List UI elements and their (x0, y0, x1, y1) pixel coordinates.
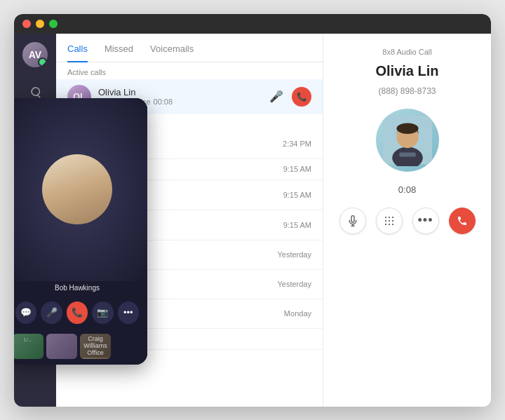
craig-williams-label: Craig Williams Office (80, 334, 111, 358)
contact-phone: (888) 898-8733 (378, 86, 436, 96)
video-more-button[interactable]: ••• (118, 302, 139, 324)
grid-icon (384, 215, 395, 226)
log-time: 2:34 PM (283, 140, 311, 148)
maximize-button[interactable] (49, 20, 58, 28)
log-time: 9:15 AM (283, 221, 311, 229)
video-chat-button[interactable]: 💬 (15, 302, 36, 324)
tab-voicemails[interactable]: Voicemails (150, 34, 194, 62)
contact-name-large: Olivia Lin (375, 63, 438, 79)
video-controls-bar: 💬 🎤 📞 📷 ••• (14, 296, 147, 331)
svg-rect-12 (385, 224, 386, 225)
user-avatar[interactable]: AV (22, 42, 48, 67)
svg-rect-8 (392, 217, 393, 218)
video-end-button[interactable]: 📞 (67, 302, 88, 324)
log-time: Yesterday (277, 250, 311, 259)
end-call-button[interactable]: 📞 (292, 87, 311, 107)
participant-thumb-3[interactable]: Craig Williams Office (80, 334, 111, 359)
svg-rect-6 (385, 217, 386, 218)
contact-photo-svg (383, 114, 432, 166)
audio-mute-button[interactable] (339, 208, 366, 234)
log-time: Monday (284, 309, 311, 318)
log-time: Yesterday (277, 280, 311, 288)
svg-rect-10 (389, 220, 390, 222)
avatar-initials: AV (22, 42, 48, 67)
active-call-name: Olivia Lin (98, 87, 262, 97)
tab-missed[interactable]: Missed (105, 34, 133, 62)
right-panel: 8x8 Audio Call Olivia Lin (888) 898-8733 (323, 34, 491, 407)
active-call-actions: 🎤 📞 (269, 87, 311, 107)
video-participant-name: Bob Hawkings (14, 281, 147, 296)
tab-calls[interactable]: Calls (67, 34, 88, 62)
search-icon (29, 86, 41, 99)
svg-rect-5 (399, 152, 415, 156)
title-bar (14, 14, 491, 34)
end-audio-call-button[interactable] (449, 208, 476, 234)
svg-rect-14 (392, 224, 393, 225)
contact-photo (376, 109, 439, 172)
app-window: Bob Hawkings 💬 🎤 📞 📷 ••• 1/... Craig Wil… (14, 14, 491, 407)
svg-rect-9 (385, 220, 386, 222)
active-calls-label: Active calls (56, 62, 323, 79)
video-participant-avatar (42, 154, 112, 224)
tabs-bar: Calls Missed Voicemails (56, 34, 323, 62)
close-button[interactable] (22, 20, 31, 28)
ellipsis-icon: ••• (418, 213, 433, 228)
participant-thumb-1[interactable]: 1/... (14, 334, 43, 359)
video-call-overlay: Bob Hawkings 💬 🎤 📞 📷 ••• 1/... Craig Wil… (14, 98, 147, 365)
call-controls: ••• (339, 208, 476, 234)
end-call-icon (457, 215, 468, 226)
svg-rect-13 (389, 224, 390, 225)
log-time: 9:15 AM (283, 191, 311, 199)
participant-strip: 1/... Craig Williams Office (14, 331, 147, 365)
video-content (14, 98, 147, 281)
log-time: 9:15 AM (283, 165, 311, 173)
call-timer: 0:08 (398, 184, 416, 195)
audio-call-label: 8x8 Audio Call (382, 48, 431, 56)
participant-thumb-2[interactable] (46, 334, 77, 359)
video-person-image (42, 154, 112, 224)
mic-icon (347, 215, 358, 226)
svg-rect-11 (392, 220, 393, 222)
mute-button[interactable]: 🎤 (269, 90, 283, 103)
minimize-button[interactable] (36, 20, 44, 28)
more-options-button[interactable]: ••• (412, 208, 439, 234)
svg-rect-7 (389, 217, 390, 218)
video-camera-button[interactable]: 📷 (92, 302, 113, 324)
video-mute-button[interactable]: 🎤 (41, 302, 62, 324)
keypad-button[interactable] (376, 208, 403, 234)
